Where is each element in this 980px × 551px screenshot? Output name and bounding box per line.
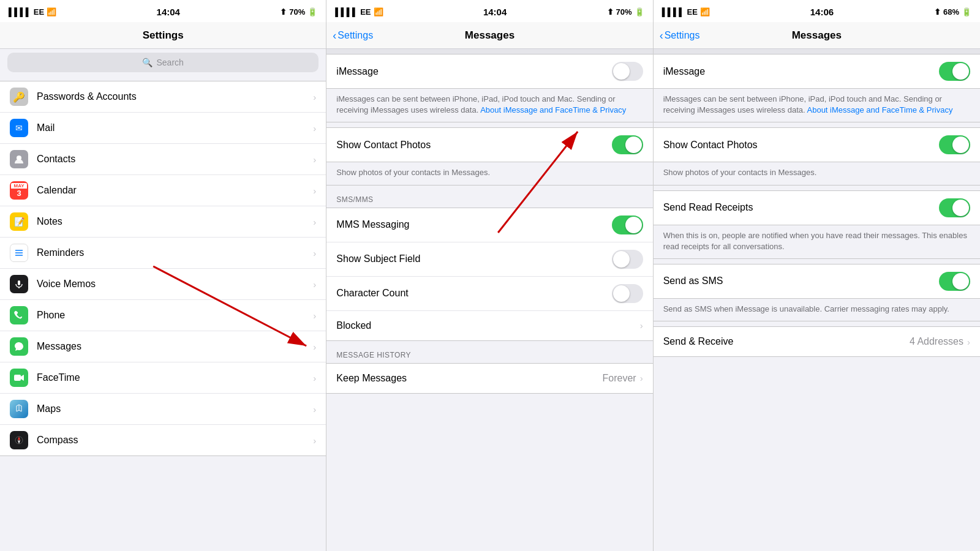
voicememos-label: Voice Memos [37, 279, 313, 290]
maps-chevron: › [313, 404, 316, 414]
passwords-icon: 🔑 [10, 88, 28, 106]
blocked-chevron: › [640, 320, 643, 331]
calendar-icon: MAY 3 [10, 181, 28, 200]
imessage-row-off[interactable]: iMessage [326, 54, 652, 88]
settings-row-facetime[interactable]: FaceTime › [0, 362, 326, 394]
contact-photos-toggle-off[interactable] [612, 135, 643, 154]
messages-chevron: › [313, 342, 316, 352]
battery-icon-2: 🔋 [635, 7, 644, 17]
keep-messages-row[interactable]: Keep Messages Forever › [326, 364, 652, 393]
imessage-desc-on: iMessages can be sent between iPhone, iP… [654, 89, 980, 122]
svg-rect-4 [18, 280, 20, 285]
contact-photos-row-on[interactable]: Show Contact Photos [654, 128, 980, 162]
settings-row-contacts[interactable]: Contacts › [0, 144, 326, 175]
mms-thumb [625, 217, 642, 233]
contacts-chevron: › [313, 154, 316, 165]
top-grey-bar-2 [326, 49, 652, 54]
send-read-receipts-row[interactable]: Send Read Receipts [654, 191, 980, 225]
search-bar[interactable]: 🔍 Search [7, 53, 318, 72]
settings-row-phone[interactable]: Phone › [0, 300, 326, 331]
facetime-label: FaceTime [37, 372, 313, 383]
send-as-sms-toggle[interactable] [939, 272, 970, 291]
status-left-2: ▌▌▌▌ EE 📶 [335, 7, 383, 17]
messages-on-content: iMessage iMessages can be sent between i… [654, 54, 980, 551]
compass-label: Compass [37, 435, 313, 446]
messages-label: Messages [37, 341, 313, 352]
show-subject-toggle[interactable] [612, 250, 643, 269]
imessage-label-on: iMessage [663, 66, 939, 77]
mail-label: Mail [37, 122, 313, 133]
settings-row-passwords[interactable]: 🔑 Passwords & Accounts › [0, 81, 326, 113]
wifi-icon-3: 📶 [700, 7, 710, 17]
show-subject-row[interactable]: Show Subject Field [326, 242, 652, 277]
send-as-sms-desc: Send as SMS when iMessage is unavailable… [654, 299, 980, 321]
imessage-link-on[interactable]: About iMessage and FaceTime & Privacy [807, 105, 953, 114]
settings-panel: ▌▌▌▌ EE 📶 14:04 ⬆ 70% 🔋 Settings 🔍 [0, 0, 326, 551]
character-count-toggle[interactable] [612, 284, 643, 303]
battery-pct-1: 70% [289, 7, 305, 17]
calendar-label: Calendar [37, 185, 313, 196]
status-bar-3: ▌▌▌▌ EE 📶 14:06 ⬆ 68% 🔋 [654, 0, 980, 22]
contact-photos-desc-off: Show photos of your contacts in Messages… [326, 162, 652, 185]
battery-pct-2: 70% [616, 7, 632, 17]
contact-photos-row-off[interactable]: Show Contact Photos [326, 128, 652, 162]
mms-messaging-label: MMS Messaging [336, 219, 611, 230]
reminders-label: Reminders [37, 247, 313, 258]
contact-photos-thumb-off [625, 137, 642, 153]
back-button-2[interactable]: ‹ Settings [333, 30, 373, 41]
svg-marker-10 [18, 440, 20, 444]
settings-row-reminders[interactable]: Reminders › [0, 238, 326, 269]
imessage-toggle-thumb-off [613, 63, 630, 80]
settings-row-maps[interactable]: Maps › [0, 394, 326, 425]
status-left-3: ▌▌▌▌ EE 📶 [662, 7, 710, 17]
contact-photos-group-on: Show Contact Photos [654, 127, 980, 162]
mms-toggle[interactable] [612, 216, 643, 234]
imessage-toggle-off[interactable] [612, 62, 643, 81]
location-icon-2: ⬆ [607, 7, 614, 17]
battery-pct-3: 68% [943, 7, 959, 17]
contact-photos-label-off: Show Contact Photos [336, 140, 611, 151]
send-read-receipts-desc: When this is on, people are notified whe… [654, 225, 980, 259]
character-count-row[interactable]: Character Count [326, 277, 652, 311]
imessage-group-on: iMessage [654, 54, 980, 89]
notes-icon: 📝 [10, 212, 28, 231]
send-receive-label: Send & Receive [663, 336, 910, 347]
settings-row-messages[interactable]: Messages › [0, 331, 326, 362]
settings-row-calendar[interactable]: MAY 3 Calendar › [0, 175, 326, 206]
imessage-row-on[interactable]: iMessage [654, 54, 980, 88]
imessage-label-off: iMessage [336, 66, 611, 77]
blocked-label: Blocked [336, 320, 639, 331]
imessage-link-off[interactable]: About iMessage and FaceTime & Privacy [480, 105, 626, 114]
settings-row-notes[interactable]: 📝 Notes › [0, 206, 326, 238]
back-chevron-3: ‹ [660, 30, 663, 41]
send-receive-value: 4 Addresses [910, 336, 963, 347]
top-grey-bar-3 [654, 49, 980, 54]
settings-row-mail[interactable]: ✉ Mail › [0, 113, 326, 144]
mail-chevron: › [313, 123, 316, 133]
settings-row-compass[interactable]: Compass › [0, 425, 326, 455]
smsmms-header: SMS/MMS [326, 186, 652, 208]
show-subject-label: Show Subject Field [336, 253, 611, 264]
send-receive-row[interactable]: Send & Receive 4 Addresses › [654, 327, 980, 356]
status-right-2: ⬆ 70% 🔋 [607, 7, 644, 17]
phone-label: Phone [37, 310, 313, 321]
back-button-3[interactable]: ‹ Settings [660, 30, 700, 41]
keep-messages-chevron: › [640, 373, 643, 383]
calendar-chevron: › [313, 186, 316, 196]
contact-photos-toggle-on[interactable] [939, 135, 970, 154]
character-count-label: Character Count [336, 288, 611, 299]
keep-messages-value: Forever [603, 373, 636, 384]
send-as-sms-desc-text: Send as SMS when iMessage is unavailable… [663, 304, 970, 315]
messages-off-panel: ▌▌▌▌ EE 📶 14:04 ⬆ 70% 🔋 ‹ Settings Messa… [326, 0, 653, 551]
imessage-toggle-on[interactable] [939, 62, 970, 81]
wifi-icon-1: 📶 [47, 7, 56, 17]
nav-bar-messages-off: ‹ Settings Messages [326, 22, 652, 49]
settings-row-voicememos[interactable]: Voice Memos › [0, 269, 326, 300]
battery-icon-1: 🔋 [307, 7, 317, 17]
send-as-sms-row[interactable]: Send as SMS [654, 264, 980, 298]
send-as-sms-thumb [952, 273, 969, 290]
send-read-receipts-toggle[interactable] [939, 198, 970, 217]
mms-messaging-row[interactable]: MMS Messaging [326, 208, 652, 242]
wifi-icon-2: 📶 [374, 7, 383, 17]
blocked-row[interactable]: Blocked › [326, 311, 652, 340]
